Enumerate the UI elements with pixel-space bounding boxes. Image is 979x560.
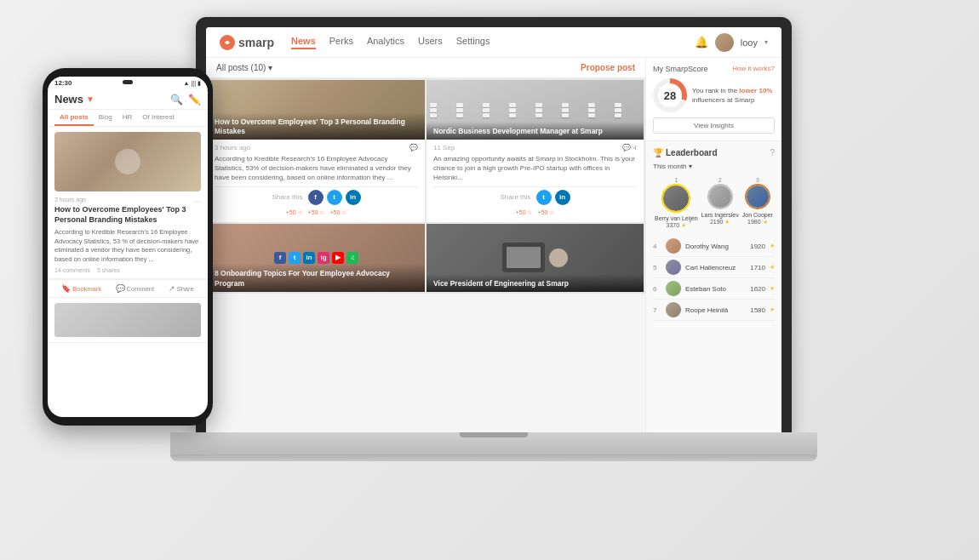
comment-icon: 💬 [116,284,125,293]
post-2-share-twitter[interactable]: t [536,190,552,205]
share-icon: ↗ [169,284,175,293]
posts-grid: How to Overcome Employees' Top 3 Persona… [206,78,645,294]
star-icon-2: ★ [724,219,730,225]
sp-badge: ♫ [346,252,358,264]
post-1-scores: +50 ☆ +50 ☆ +50 ☆ [215,208,418,218]
top-avatar-2 [707,184,733,209]
list-item: 6 Esteban Soto 1620 ★ [653,278,775,300]
lb-avatar-6 [666,281,681,296]
phone-camera [123,80,133,84]
nav-news[interactable]: News [291,36,316,49]
app-logo-text: smarp [238,36,274,49]
phone-post-image [54,132,201,191]
header-right: 🔔 looy ▾ [695,33,768,52]
post-2-image: Nordic Business Development Manager at S… [427,80,644,140]
phone-tab-hr[interactable]: HR [117,110,138,126]
phone-post-footer: 14 comments 5 shares [54,267,201,273]
lb-avatar-7 [666,302,681,317]
star-icon-4: ★ [770,243,775,249]
top-person-3: 3 Jon Cooper 1980 ★ [742,177,773,229]
signal-icon: ||| [192,80,196,87]
phone-post-dots[interactable]: ··· [194,197,201,206]
phone-bookmark-action[interactable]: 🔖 Bookmark [61,284,101,293]
phone-search-icon[interactable]: 🔍 [170,94,183,106]
phone: 12:30 ▲ ||| ▮ News ▼ 🔍 ✏️ [43,68,213,426]
phone-news-title: News ▼ [54,93,94,106]
score-header: My SmarpScore How it works? [653,65,775,73]
trophy-icon: 🏆 [653,148,663,157]
post-card-4: Vice President of Engineering at Smarp [427,224,644,292]
keyboard-decoration [427,100,644,121]
phone-status-icons: ▲ ||| ▮ [184,80,201,87]
score-description: You rank in the lower 10% influencers at… [692,86,772,105]
main-content: All posts (10) ▾ Propose post How to Ove… [206,58,645,434]
phone-edit-icon[interactable]: ✏️ [188,94,201,106]
post-1-share-linkedin[interactable]: in [346,190,361,205]
phone-actions: 🔖 Bookmark 💬 Comment ↗ Share [48,279,208,298]
laptop-screen-outer: smarp News Perks Analytics Users Setting… [196,17,792,434]
phone-time: 12:30 [54,79,72,87]
post-card-2: Nordic Business Development Manager at S… [427,80,644,222]
yt-badge: ▶ [332,252,344,264]
phone-post-preview [48,298,208,343]
tw-badge: t [289,252,301,264]
leaderboard-title: 🏆 Leaderboard [653,148,718,157]
notification-bell-icon[interactable]: 🔔 [695,36,708,49]
star-icon-3: ★ [763,219,768,225]
post-1-share-facebook[interactable]: f [308,190,323,205]
app-header: smarp News Perks Analytics Users Setting… [206,27,781,58]
top-person-2: 2 Lars Ingerslev 2190 ★ [701,177,739,229]
post-1-title: How to Overcome Employees' Top 3 Persona… [215,117,418,136]
post-2-share: Share this t in [433,186,637,208]
leaderboard-list: 4 Dorothy Wang 1920 ★ 5 [653,236,775,321]
user-dropdown-arrow[interactable]: ▾ [764,38,768,46]
phone-share-action[interactable]: ↗ Share [169,284,194,293]
fb-badge: f [274,252,286,264]
phone-tab-all-posts[interactable]: All posts [54,110,94,126]
nav-settings[interactable]: Settings [456,36,490,49]
list-item: 7 Roope Heinilä 1580 ★ [653,300,775,321]
how-it-works-link[interactable]: How it works? [732,65,775,73]
phone-preview-image [54,303,201,337]
score-value: 28 [664,89,676,102]
leaderboard-help-icon[interactable]: ? [770,148,775,157]
ig-badge: ig [318,252,329,264]
laptop-screen: smarp News Perks Analytics Users Setting… [206,27,781,434]
phone-news-dropdown-arrow[interactable]: ▼ [86,94,94,104]
star-icon-1: ★ [681,222,686,228]
smarp-logo-icon [220,35,235,50]
post-4-title: Vice President of Engineering at Smarp [433,279,637,289]
post-2-scores: +50 ☆ +50 ☆ [433,208,637,218]
phone-post-text: According to Kredible Research's 16 Empl… [54,228,201,264]
view-insights-button[interactable]: View Insights [653,117,775,134]
nav-perks[interactable]: Perks [329,36,353,49]
post-1-body: 3 hours ago 💬 According to Kredible Rese… [208,140,425,222]
phone-tabs: All posts Blog HR Of Interest [48,110,208,127]
phone-screen: 12:30 ▲ ||| ▮ News ▼ 🔍 ✏️ [48,77,208,417]
top-avatar-1 [661,184,690,213]
propose-post-button[interactable]: Propose post [581,63,635,72]
post-1-text: According to Kredible Research's 16 Empl… [215,154,418,183]
top-person-1: 1 Berry van Leijen 3370 ★ [655,177,698,229]
username[interactable]: looy [741,37,758,48]
phone-tab-of-interest[interactable]: Of Interest [137,110,179,126]
list-item: 5 Carl Hallencreuz 1710 ★ [653,257,775,278]
phone-comment-action[interactable]: 💬 Comment [116,284,155,293]
nav-users[interactable]: Users [418,36,443,49]
phone-header-icons: 🔍 ✏️ [170,94,201,106]
phone-post-card: 3 hours ago ··· How to Overcome Employee… [48,127,208,279]
battery-icon: ▮ [198,80,201,87]
star-icon-7: ★ [770,306,775,313]
post-1-share-twitter[interactable]: t [327,190,342,205]
main-nav: News Perks Analytics Users Settings [291,36,678,49]
post-2-share-linkedin[interactable]: in [555,190,570,205]
post-2-text: An amazing opportunity awaits at Smarp i… [433,154,637,183]
star-icon-5: ★ [770,264,775,271]
leaderboard-period[interactable]: This month ▾ [653,163,775,170]
leaderboard-header: 🏆 Leaderboard ? [653,148,775,157]
smarp-score-section: My SmarpScore How it works? 28 You rank … [646,58,781,141]
all-posts-filter[interactable]: All posts (10) ▾ [216,63,272,72]
phone-tab-blog[interactable]: Blog [94,110,117,126]
star-icon-6: ★ [770,285,775,292]
nav-analytics[interactable]: Analytics [367,36,404,49]
